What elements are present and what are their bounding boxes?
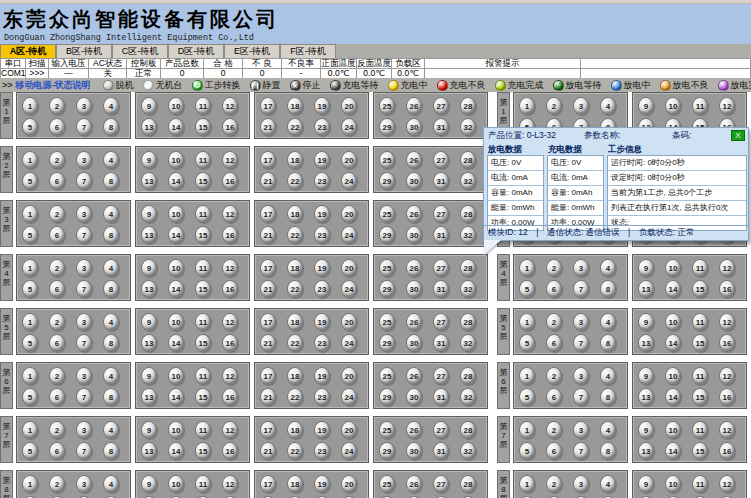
battery-cell[interactable]: 17: [260, 205, 276, 223]
battery-cell[interactable]: 9: [638, 259, 654, 277]
battery-cell[interactable]: 2: [49, 475, 65, 493]
battery-cell[interactable]: 26: [406, 475, 422, 493]
battery-cell[interactable]: 8: [103, 280, 119, 298]
battery-cell[interactable]: 10: [168, 313, 184, 331]
battery-cell[interactable]: 22: [287, 118, 303, 136]
battery-cell[interactable]: 26: [406, 313, 422, 331]
battery-cell[interactable]: 28: [460, 259, 476, 277]
tab-zone-4[interactable]: E区-待机: [224, 44, 280, 58]
popup-close-button[interactable]: X: [731, 130, 745, 141]
battery-cell[interactable]: 3: [573, 313, 589, 331]
battery-cell[interactable]: 5: [22, 172, 38, 190]
battery-cell[interactable]: 1: [22, 259, 38, 277]
battery-cell[interactable]: 19: [314, 367, 330, 385]
battery-cell[interactable]: 16: [719, 442, 735, 460]
battery-cell[interactable]: 14: [168, 172, 184, 190]
battery-cell[interactable]: 19: [314, 259, 330, 277]
battery-cell[interactable]: 3: [573, 97, 589, 115]
battery-cell[interactable]: 16: [222, 280, 238, 298]
tab-zone-3[interactable]: D区-待机: [168, 44, 224, 58]
battery-cell[interactable]: 1: [22, 151, 38, 169]
battery-cell[interactable]: 19: [314, 151, 330, 169]
battery-cell[interactable]: 29: [379, 280, 395, 298]
battery-cell[interactable]: 25: [379, 475, 395, 493]
battery-cell[interactable]: 20: [341, 421, 357, 439]
battery-cell[interactable]: 1: [22, 205, 38, 223]
tab-zone-0[interactable]: A区-待机: [0, 44, 56, 58]
battery-cell[interactable]: 27: [433, 475, 449, 493]
battery-cell[interactable]: 10: [168, 205, 184, 223]
battery-cell[interactable]: 3: [573, 475, 589, 493]
battery-cell[interactable]: 8: [600, 388, 616, 406]
battery-cell[interactable]: 1: [519, 475, 535, 493]
battery-cell[interactable]: 22: [287, 226, 303, 244]
battery-cell[interactable]: 12: [719, 421, 735, 439]
battery-cell[interactable]: 2: [49, 151, 65, 169]
battery-cell[interactable]: 2: [49, 367, 65, 385]
battery-cell[interactable]: 14: [168, 334, 184, 352]
battery-cell[interactable]: 19: [314, 313, 330, 331]
battery-cell[interactable]: 2: [49, 421, 65, 439]
battery-cell[interactable]: 12: [222, 151, 238, 169]
battery-cell[interactable]: 31: [433, 280, 449, 298]
battery-cell[interactable]: 10: [168, 367, 184, 385]
battery-cell[interactable]: 19: [314, 421, 330, 439]
battery-cell[interactable]: 1: [519, 367, 535, 385]
battery-cell[interactable]: 13: [141, 442, 157, 460]
battery-cell[interactable]: 8: [600, 334, 616, 352]
battery-cell[interactable]: 23: [314, 172, 330, 190]
battery-cell[interactable]: 10: [168, 151, 184, 169]
battery-cell[interactable]: 10: [168, 97, 184, 115]
battery-cell[interactable]: 20: [341, 313, 357, 331]
battery-cell[interactable]: 13: [141, 118, 157, 136]
battery-cell[interactable]: 11: [692, 475, 708, 493]
battery-cell[interactable]: 11: [692, 97, 708, 115]
battery-cell[interactable]: 9: [141, 205, 157, 223]
battery-cell[interactable]: 4: [600, 421, 616, 439]
battery-cell[interactable]: 3: [76, 259, 92, 277]
battery-cell[interactable]: 21: [260, 280, 276, 298]
battery-cell[interactable]: 13: [638, 442, 654, 460]
battery-cell[interactable]: 15: [692, 334, 708, 352]
battery-cell[interactable]: 17: [260, 151, 276, 169]
battery-cell[interactable]: 14: [168, 388, 184, 406]
battery-cell[interactable]: 30: [406, 442, 422, 460]
battery-cell[interactable]: 11: [195, 475, 211, 493]
battery-cell[interactable]: 24: [341, 388, 357, 406]
battery-cell[interactable]: 6: [546, 442, 562, 460]
battery-cell[interactable]: 3: [76, 367, 92, 385]
tab-zone-5[interactable]: F区-待机: [280, 44, 336, 58]
battery-cell[interactable]: 26: [406, 259, 422, 277]
battery-cell[interactable]: 26: [406, 367, 422, 385]
battery-cell[interactable]: 9: [638, 421, 654, 439]
battery-cell[interactable]: 7: [573, 334, 589, 352]
battery-cell[interactable]: 7: [573, 388, 589, 406]
battery-cell[interactable]: 30: [406, 388, 422, 406]
battery-cell[interactable]: 26: [406, 151, 422, 169]
battery-cell[interactable]: 12: [222, 313, 238, 331]
battery-cell[interactable]: 4: [103, 475, 119, 493]
battery-cell[interactable]: 11: [195, 367, 211, 385]
battery-cell[interactable]: 29: [379, 388, 395, 406]
battery-cell[interactable]: 6: [49, 388, 65, 406]
battery-cell[interactable]: 16: [222, 226, 238, 244]
battery-cell[interactable]: 14: [168, 118, 184, 136]
battery-cell[interactable]: 12: [222, 259, 238, 277]
battery-cell[interactable]: 1: [519, 97, 535, 115]
battery-cell[interactable]: 4: [103, 259, 119, 277]
battery-cell[interactable]: 26: [406, 205, 422, 223]
battery-cell[interactable]: 27: [433, 421, 449, 439]
battery-cell[interactable]: 28: [460, 151, 476, 169]
battery-cell[interactable]: 1: [519, 259, 535, 277]
battery-cell[interactable]: 19: [314, 475, 330, 493]
battery-cell[interactable]: 12: [719, 97, 735, 115]
battery-cell[interactable]: 24: [341, 172, 357, 190]
battery-cell[interactable]: 8: [103, 118, 119, 136]
battery-cell[interactable]: 16: [222, 172, 238, 190]
battery-cell[interactable]: 18: [287, 259, 303, 277]
battery-cell[interactable]: 12: [719, 367, 735, 385]
battery-cell[interactable]: 29: [379, 442, 395, 460]
battery-cell[interactable]: 8: [103, 334, 119, 352]
battery-cell[interactable]: 8: [103, 226, 119, 244]
battery-cell[interactable]: 7: [76, 280, 92, 298]
